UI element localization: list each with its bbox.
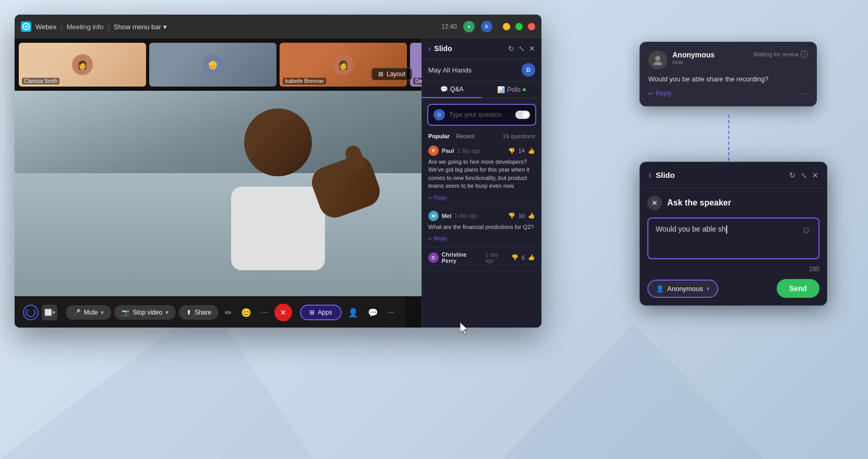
- svg-point-1: [655, 56, 660, 61]
- q3-avatar: C: [428, 252, 439, 263]
- polls-active-dot: [523, 88, 526, 91]
- show-menu-button[interactable]: Show menu bar ▾: [114, 23, 167, 31]
- thumbs-up-icon-3[interactable]: 👍: [528, 254, 535, 261]
- slido-close-icon[interactable]: ✕: [529, 44, 535, 53]
- ask-footer: 👤 Anonymous ▾ Send: [647, 279, 819, 298]
- slido-user-avatar: D: [522, 63, 535, 77]
- more-button[interactable]: ···: [258, 305, 271, 320]
- window-controls: [503, 23, 535, 30]
- q2-reply-button[interactable]: ↩ Reply: [428, 236, 447, 241]
- anonymous-toggle[interactable]: [515, 111, 530, 119]
- thumbs-up-icon-2[interactable]: 👍: [528, 212, 535, 219]
- maximize-button[interactable]: [515, 23, 523, 30]
- meeting-info-label[interactable]: Meeting info: [67, 23, 104, 31]
- q-input-avatar: D: [433, 109, 445, 120]
- emoji-picker-icon[interactable]: ☺: [802, 225, 811, 236]
- mute-chevron: ▾: [101, 309, 104, 316]
- annotate-button[interactable]: ✏: [222, 305, 235, 321]
- emoji-button[interactable]: 😊: [238, 305, 255, 321]
- thumbnail-2: 👴: [149, 43, 276, 87]
- slido-chevron-icon: ‹: [428, 44, 431, 53]
- mic-icon: 🎤: [73, 309, 81, 316]
- slido-popup-header: ‹ Slido ↻ ⤡ ✕: [640, 162, 827, 188]
- thumb-name-3: Isabelle Brennan: [283, 78, 326, 84]
- mute-button[interactable]: 🎤 Mute ▾: [66, 305, 112, 320]
- thumbs-down-icon-3: 👎: [511, 254, 519, 261]
- slido-panel-header: ‹ Slido ↻ ⤡ ✕: [422, 39, 541, 59]
- thumbs-up-icon[interactable]: 👍: [528, 148, 535, 154]
- title-bar-left: Webex | Meeting info | Show menu bar ▾: [21, 21, 437, 32]
- meeting-toolbar: ⬜▾ 🎤 Mute ▾ 📷 Stop video ▾ ⬆: [15, 297, 406, 328]
- slido-refresh-icon[interactable]: ↻: [508, 44, 514, 53]
- slido-popup-panel: ‹ Slido ↻ ⤡ ✕ ✕ Ask the speaker Would yo…: [640, 162, 827, 306]
- slido-popup-close-icon[interactable]: ✕: [812, 171, 818, 179]
- participants-button[interactable]: 👤: [345, 305, 361, 321]
- slido-popup-refresh-icon[interactable]: ↻: [789, 171, 795, 179]
- thumbnail-1: 👩 Clarissa Smith: [19, 43, 146, 87]
- slido-popup-chevron: ‹: [648, 170, 652, 180]
- slido-popup-content: ✕ Ask the speaker Would you be able sh ☺…: [640, 188, 827, 305]
- slido-tabs: 💬 Q&A 📊 Polls: [422, 81, 541, 99]
- toolbar-center: 🎤 Mute ▾ 📷 Stop video ▾ ⬆ Share ✏ 😊: [66, 304, 292, 321]
- toolbar-right: ⊞ Apps 👤 💬 ···: [300, 305, 397, 321]
- share-button[interactable]: ⬆ Share: [179, 305, 219, 320]
- chat-button[interactable]: 💬: [365, 305, 381, 321]
- meeting-window: Webex | Meeting info | Show menu bar ▾ 1…: [15, 15, 541, 328]
- q1-reply-button[interactable]: ↩ Reply: [428, 195, 447, 201]
- char-count-display: 280: [647, 265, 819, 273]
- ask-input-container[interactable]: Would you be able sh ☺: [647, 218, 819, 259]
- end-call-button[interactable]: ✕: [274, 304, 292, 321]
- notif-meta: Anonymous now: [672, 51, 748, 65]
- user-avatar-small: D: [481, 21, 492, 32]
- slido-side-panel: ‹ Slido ↻ ⤡ ✕ May All Hands D 💬 Q&A: [421, 39, 541, 328]
- filter-popular[interactable]: Popular: [428, 133, 450, 139]
- info-icon: i: [801, 51, 808, 58]
- ask-input-field[interactable]: Would you be able sh: [656, 225, 802, 234]
- slido-popup-expand-icon[interactable]: ⤡: [801, 171, 807, 179]
- end-call-icon: ✕: [280, 308, 286, 317]
- qa-icon: 💬: [440, 86, 448, 93]
- apps-grid-icon: ⊞: [309, 309, 315, 316]
- ask-title-row: ✕ Ask the speaker: [647, 196, 819, 210]
- slido-meeting-row: May All Hands D: [422, 59, 541, 81]
- app-name-label: Webex: [35, 23, 56, 31]
- reactions-button[interactable]: ⬜▾: [42, 305, 57, 320]
- notif-status: Waiting for review i: [753, 51, 808, 58]
- video-icon: 📷: [122, 309, 129, 316]
- q1-text: Are we going to hire more developers? We…: [428, 158, 535, 190]
- question-input-area[interactable]: D Type your question: [427, 104, 536, 126]
- slido-expand-icon[interactable]: ⤡: [519, 44, 525, 53]
- notif-avatar: [648, 51, 667, 69]
- anonymous-selector[interactable]: 👤 Anonymous ▾: [647, 280, 718, 298]
- slido-header-actions: ↻ ⤡ ✕: [508, 44, 535, 53]
- user-anon-icon: 👤: [656, 285, 664, 293]
- notif-reply-button[interactable]: ↩ Reply: [648, 90, 672, 97]
- tab-qa[interactable]: 💬 Q&A: [422, 81, 482, 98]
- close-button[interactable]: [528, 23, 535, 30]
- polls-icon: 📊: [497, 86, 505, 93]
- thumbs-down-icon: 👎: [508, 148, 515, 154]
- minimize-button[interactable]: [503, 23, 510, 30]
- layout-button[interactable]: ⊞ Layout: [371, 68, 412, 80]
- title-bar: Webex | Meeting info | Show menu bar ▾ 1…: [15, 15, 541, 39]
- notif-more-button[interactable]: ···: [802, 89, 808, 98]
- notif-header: Anonymous now Waiting for review i: [648, 51, 808, 69]
- q2-votes: 👎 10 👍: [508, 212, 535, 219]
- webex-status-icon[interactable]: [23, 305, 39, 320]
- q3-votes: 👎 6 👍: [511, 254, 535, 261]
- chevron-down-icon: ▾: [163, 23, 167, 31]
- send-button[interactable]: Send: [777, 279, 819, 298]
- questions-list: P Paul 1 day ago 👎 14 👍 Are we going to …: [422, 141, 541, 328]
- reply-arrow-icon: ↩: [648, 90, 654, 97]
- clock-display: 12:40: [441, 23, 457, 30]
- q1-header: P Paul 1 day ago 👎 14 👍: [428, 146, 535, 156]
- stop-video-button[interactable]: 📷 Stop video ▾: [114, 305, 176, 320]
- question-item-3: C Christine Perry 1 day ago 👎 6 👍: [422, 247, 541, 271]
- meeting-content: 👩 Clarissa Smith 👴 👩 Isabelle Brennan: [15, 39, 541, 328]
- ask-close-button[interactable]: ✕: [647, 196, 662, 210]
- apps-button[interactable]: ⊞ Apps: [300, 305, 341, 320]
- more-options-button[interactable]: ···: [384, 305, 397, 320]
- tab-polls[interactable]: 📊 Polls: [482, 81, 542, 98]
- filter-recent[interactable]: Recent: [456, 133, 474, 139]
- title-divider2: |: [107, 23, 109, 31]
